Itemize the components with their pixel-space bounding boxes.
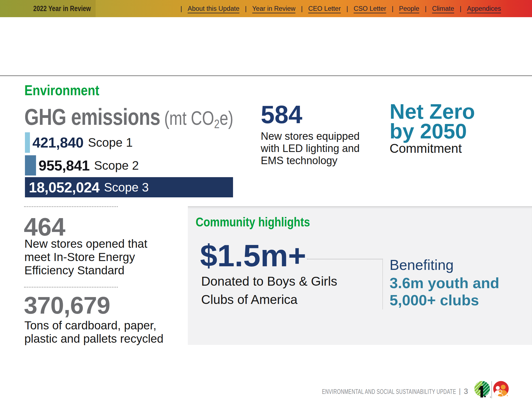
top-navigation: | About this Update | Year in Review | C…: [175, 0, 501, 17]
nav-link-about-this-update[interactable]: About this Update: [188, 5, 239, 12]
year-in-review-tab-label: 2022 Year in Review: [33, 0, 91, 17]
ghg-bar-row-scope1: 421,840 Scope 1: [25, 132, 133, 153]
ghg-emissions-unit: (mt CO2e): [164, 107, 233, 129]
dotted-separator: [24, 206, 118, 207]
donation-description-line2: Clubs of America: [201, 292, 298, 307]
stat-stores-value: 464: [24, 215, 65, 239]
nav-separator: |: [460, 5, 461, 12]
ghg-unit-suffix: e): [219, 107, 233, 129]
scope1-label: Scope 1: [88, 136, 132, 149]
community-highlights-panel: Community highlights $1.5m+ Donated to B…: [188, 206, 532, 345]
nav-link-climate[interactable]: Climate: [432, 5, 454, 12]
nav-separator: |: [392, 5, 393, 12]
text-line: 3.6m youth and: [390, 274, 499, 291]
co2-subscript: 2: [214, 117, 220, 131]
dotted-connector-horizontal: [307, 259, 383, 259]
nav-link-ceo-letter[interactable]: CEO Letter: [308, 5, 341, 12]
text-line: by 2050: [390, 122, 475, 141]
scope3-bar: 18,052,024 Scope 3: [25, 177, 233, 197]
ghg-bar-row-scope3: 18,052,024 Scope 3: [25, 177, 233, 197]
text-line: with LED lighting and: [261, 142, 360, 154]
net-zero-heading: Net Zero by 2050: [390, 102, 475, 141]
nav-separator: |: [346, 5, 348, 12]
nav-separator: |: [245, 5, 247, 12]
text-line: meet In-Store Energy: [24, 251, 147, 264]
ghg-emissions-heading: GHG emissions(mt CO2e): [24, 105, 233, 128]
nav-link-people[interactable]: People: [399, 5, 419, 12]
page: 2022 Year in Review | About this Update …: [0, 0, 532, 408]
stat-stores-description: New stores opened that meet In-Store Ene…: [24, 237, 147, 277]
ghg-emissions-title: GHG emissions: [24, 104, 160, 130]
scope2-value: 955,841: [39, 157, 89, 174]
nav-link-year-in-review[interactable]: Year in Review: [252, 5, 295, 12]
footer-separator: |: [459, 387, 461, 396]
scope1-value: 421,840: [32, 134, 83, 151]
scope1-bar: [25, 132, 30, 153]
nav-link-appendices[interactable]: Appendices: [467, 5, 501, 12]
nav-separator: |: [301, 5, 303, 12]
stat-recycled-value: 370,679: [24, 293, 110, 317]
donation-value: $1.5m+: [200, 240, 306, 271]
top-bar: 2022 Year in Review | About this Update …: [0, 0, 532, 17]
community-highlights-heading: Community highlights: [196, 215, 310, 229]
nav-separator: |: [425, 5, 426, 12]
stat-led-value: 584: [261, 102, 302, 127]
benefiting-label: Benefiting: [390, 257, 454, 273]
donation-description-line1: Donated to Boys & Girls: [201, 274, 337, 289]
logo-divider: [492, 381, 492, 398]
text-line: Tons of cardboard, paper,: [24, 319, 163, 332]
text-line: New stores equipped: [261, 130, 360, 142]
footer-caption: ENVIRONMENTAL AND SOCIAL SUSTAINABILITY …: [322, 388, 456, 396]
ghg-bar-row-scope2: 955,841 Scope 2: [25, 155, 139, 175]
text-line: Net Zero: [390, 102, 475, 122]
text-line: 5,000+ clubs: [390, 291, 499, 309]
text-line: New stores opened that: [24, 237, 147, 251]
text-line: EMS technology: [261, 154, 360, 167]
benefiting-stats: 3.6m youth and 5,000+ clubs: [390, 274, 499, 309]
environment-section-heading: Environment: [24, 82, 99, 99]
scope3-value: 18,052,024: [29, 179, 99, 196]
scope2-bar: [25, 155, 36, 175]
text-line: Efficiency Standard: [24, 264, 147, 277]
dotted-connector-vertical: [382, 259, 383, 309]
nav-link-cso-letter[interactable]: CSO Letter: [354, 5, 386, 12]
text-line: plastic and pallets recycled: [24, 332, 163, 345]
stat-recycled-description: Tons of cardboard, paper, plastic and pa…: [24, 319, 163, 345]
stat-led-description: New stores equipped with LED lighting an…: [261, 130, 360, 167]
scope2-label: Scope 2: [94, 159, 139, 172]
ghg-unit-prefix: (mt CO: [164, 107, 214, 129]
scope3-label: Scope 3: [104, 180, 149, 194]
footer-page-number: 3: [464, 387, 468, 396]
family-dollar-logo: [493, 381, 509, 397]
footer-logos: [474, 381, 510, 400]
header-divider-rule: [0, 75, 532, 76]
net-zero-subtitle: Commitment: [390, 141, 462, 156]
nav-separator: |: [180, 5, 182, 12]
dotted-separator: [24, 287, 118, 288]
